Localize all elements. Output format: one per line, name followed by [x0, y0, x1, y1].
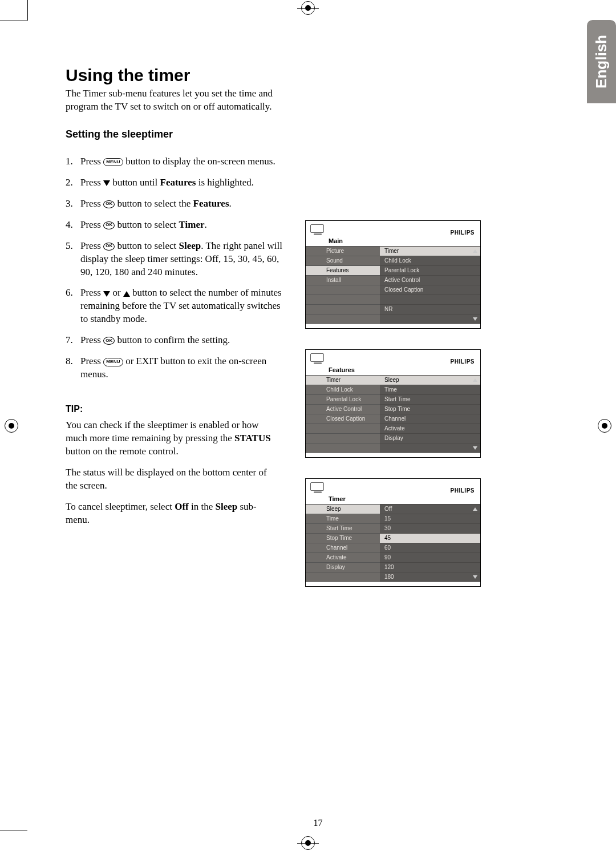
osd-left-cell: Start Time [306, 523, 380, 533]
osd-left-cell: Timer [306, 375, 380, 385]
osd-row: TimerSleep [306, 375, 480, 385]
section-heading: Setting the sleeptimer [66, 128, 282, 140]
osd-right-cell: Sleep [380, 375, 470, 385]
osd-left-cell: Time [306, 514, 380, 523]
osd-left-cell [306, 285, 380, 295]
crop-mark [27, 0, 28, 21]
osd-row [306, 295, 480, 304]
osd-left-cell [306, 304, 380, 314]
osd-row: Closed CaptionChannel [306, 414, 480, 424]
osd-right-cell: Off [380, 504, 470, 514]
osd-right-cell: Child Lock [380, 256, 470, 265]
osd-right-cell: 180 [380, 572, 470, 582]
osd-row: Activate90 [306, 552, 480, 562]
osd-right-cell: Active Control [380, 275, 470, 285]
osd-row: NR [306, 304, 480, 314]
osd-left-cell: Sound [306, 256, 380, 265]
osd-right-cell: 45 [380, 533, 470, 543]
osd-row: Stop Time45 [306, 533, 480, 543]
ok-button-icon: OK [103, 221, 115, 229]
osd-left-cell [306, 443, 380, 453]
osd-title: Timer [306, 495, 480, 504]
osd-row: InstallActive Control [306, 275, 480, 285]
step-1: Press MENU button to display the on-scre… [66, 155, 282, 168]
osd-row: Display [306, 433, 480, 443]
osd-right-cell: 120 [380, 562, 470, 572]
osd-title: Main [306, 237, 480, 246]
osd-right-cell: Closed Caption [380, 285, 470, 295]
osd-right-cell: Activate [380, 424, 470, 433]
osd-right-cell: 15 [380, 514, 470, 523]
osd-row: Display120 [306, 562, 480, 572]
registration-mark-right [598, 419, 611, 433]
crop-mark [0, 21, 27, 21]
osd-right-cell: Parental Lock [380, 265, 470, 275]
osd-row: Activate [306, 424, 480, 433]
scroll-up-icon [473, 378, 477, 382]
osd-row: Channel60 [306, 543, 480, 552]
osd-features-menu: PHILIPSFeaturesTimerSleepChild LockTimeP… [305, 349, 481, 458]
tip-paragraph: You can check if the sleeptimer is enabl… [66, 419, 279, 458]
tip-label: TIP: [66, 404, 282, 414]
crop-mark [0, 830, 27, 830]
step-7: Press OK button to confirm the setting. [66, 334, 282, 347]
language-tab: English [587, 20, 616, 103]
osd-left-cell: Child Lock [306, 385, 380, 394]
osd-row: PictureTimer [306, 246, 480, 256]
page-number: 17 [66, 818, 570, 828]
osd-right-cell: 90 [380, 552, 470, 562]
osd-timer-menu: PHILIPSTimerSleepOffTime15Start Time30St… [305, 478, 481, 587]
osd-left-cell: Features [306, 265, 380, 275]
osd-right-cell [380, 314, 470, 324]
osd-left-cell: Picture [306, 246, 380, 256]
osd-left-cell [306, 572, 380, 582]
osd-left-cell: Channel [306, 543, 380, 552]
osd-row: SoundChild Lock [306, 256, 480, 265]
osd-left-cell: Active Control [306, 404, 380, 414]
osd-row: Parental LockStart Time [306, 394, 480, 404]
up-arrow-icon [123, 291, 130, 297]
scroll-up-icon [473, 507, 477, 511]
step-6: Press or button to select the number of … [66, 287, 282, 326]
step-8: Press MENU or EXIT button to exit the on… [66, 355, 282, 381]
osd-row: FeaturesParental Lock [306, 265, 480, 275]
step-3: Press OK button to select the Features. [66, 197, 282, 211]
menu-button-icon: MENU [103, 358, 123, 366]
osd-right-cell: Time [380, 385, 470, 394]
osd-row: Start Time30 [306, 523, 480, 533]
scroll-up-icon [473, 249, 477, 253]
scroll-down-icon [473, 317, 477, 321]
page-title: Using the timer [66, 66, 570, 85]
osd-left-cell: Install [306, 275, 380, 285]
osd-left-cell: Stop Time [306, 533, 380, 543]
tv-icon [310, 353, 325, 365]
osd-right-cell: 60 [380, 543, 470, 552]
tip-paragraph: The status will be displayed on the bott… [66, 466, 279, 493]
tip-paragraph: To cancel sleeptimer, select Off in the … [66, 501, 279, 527]
osd-row: 180 [306, 572, 480, 582]
down-arrow-icon [103, 180, 110, 186]
ok-button-icon: OK [103, 243, 115, 251]
step-4: Press OK button to select Timer. [66, 219, 282, 232]
osd-left-cell: Closed Caption [306, 414, 380, 424]
brand-logo: PHILIPS [451, 229, 475, 236]
osd-row [306, 314, 480, 324]
osd-right-cell: Stop Time [380, 404, 470, 414]
steps-list: Press MENU button to display the on-scre… [66, 155, 282, 381]
osd-right-cell: 30 [380, 523, 470, 533]
osd-left-cell [306, 433, 380, 443]
brand-logo: PHILIPS [451, 487, 475, 494]
brand-logo: PHILIPS [451, 358, 475, 365]
osd-left-cell: Parental Lock [306, 394, 380, 404]
osd-left-cell [306, 295, 380, 304]
osd-left-cell: Display [306, 562, 380, 572]
down-arrow-icon [103, 291, 110, 297]
osd-right-cell: NR [380, 304, 470, 314]
osd-left-cell [306, 424, 380, 433]
osd-row: Active ControlStop Time [306, 404, 480, 414]
registration-mark-top [301, 1, 315, 15]
osd-row: Child LockTime [306, 385, 480, 394]
osd-right-cell [380, 443, 470, 453]
osd-right-cell: Start Time [380, 394, 470, 404]
osd-row: Time15 [306, 514, 480, 523]
